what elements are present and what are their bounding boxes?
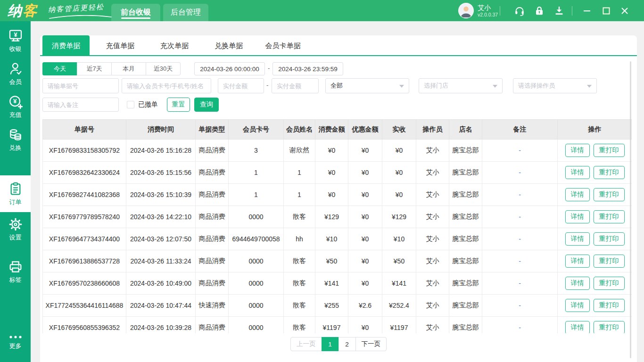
col-remark: 备注: [482, 120, 558, 140]
store-select[interactable]: 选择门店: [419, 78, 503, 93]
range-today-button[interactable]: 今天: [42, 62, 77, 75]
page-1-button[interactable]: 1: [322, 337, 339, 351]
detail-button[interactable]: 详情: [565, 255, 590, 268]
nav-tab-front-cashier[interactable]: 前台收银: [111, 4, 160, 21]
col-operator: 操作员: [416, 120, 449, 140]
sidebar-item-recharge[interactable]: ¥ 充值: [0, 94, 31, 119]
cell-actions: 详情重打印: [558, 295, 632, 317]
cell-paid: ¥50: [382, 250, 416, 272]
logo-tagline: 纳客管店更轻松: [48, 4, 114, 21]
prev-page-button[interactable]: 上一页: [290, 337, 322, 351]
cell-type: 商品消费: [196, 206, 229, 228]
sidebar-item-more[interactable]: 更多: [0, 334, 31, 350]
tab-member-card-orders[interactable]: 会员卡单据: [259, 35, 306, 56]
app-logo: 纳客: [8, 1, 38, 21]
cell-amount: ¥1197: [315, 317, 348, 334]
col-store: 店名: [449, 120, 482, 140]
detail-button[interactable]: 详情: [565, 299, 590, 312]
vertical-scrollbar[interactable]: [630, 61, 631, 358]
table-row: XF167695702386606082024-03-26 10:49:00商品…: [43, 272, 632, 295]
document-tabs: 消费单据 充值单据 充次单据 兑换单据 会员卡单据: [40, 35, 637, 56]
range-30days-button[interactable]: 近30天: [146, 62, 181, 75]
reprint-button[interactable]: 重打印: [594, 232, 625, 246]
window-close-button[interactable]: [618, 5, 631, 17]
download-update-icon[interactable]: [553, 5, 565, 17]
tab-exchange-orders[interactable]: 兑换单据: [205, 35, 252, 56]
cell-type: 商品消费: [196, 162, 229, 184]
cell-member: 谢欣然: [284, 140, 315, 162]
cell-actions: 详情重打印: [558, 228, 632, 250]
member-search-input[interactable]: [122, 78, 211, 93]
search-button[interactable]: 查询: [194, 98, 219, 112]
range-7days-button[interactable]: 近7天: [77, 62, 112, 75]
cell-card-no: 1: [229, 184, 284, 206]
reprint-button[interactable]: 重打印: [594, 255, 625, 268]
operator-select[interactable]: 请选择操作员: [513, 78, 597, 93]
sidebar-item-member[interactable]: 会员: [0, 61, 31, 86]
col-type: 单据类型: [196, 120, 229, 140]
sidebar-item-cashier[interactable]: ¥ 收银: [0, 28, 31, 53]
tab-recharge-orders[interactable]: 充值单据: [97, 35, 144, 56]
cell-paid: ¥0: [382, 140, 416, 162]
window-maximize-button[interactable]: [600, 5, 613, 17]
tab-recharge-times-orders[interactable]: 充次单据: [151, 35, 198, 56]
page-2-button[interactable]: 2: [339, 337, 356, 351]
detail-button[interactable]: 详情: [565, 210, 590, 223]
amount-max-input[interactable]: [272, 78, 319, 93]
cell-discount: ¥0: [348, 206, 382, 228]
next-page-button[interactable]: 下一页: [355, 337, 387, 351]
user-info[interactable]: 艾小 v2.0.0.37: [458, 3, 498, 18]
tab-consume-orders[interactable]: 消费单据: [42, 35, 90, 56]
cell-type: 商品消费: [196, 272, 229, 295]
reprint-button[interactable]: 重打印: [594, 166, 625, 179]
cell-remark: -: [482, 295, 558, 317]
order-type-select[interactable]: 全部: [325, 78, 409, 93]
cell-amount: ¥10: [315, 228, 348, 250]
cell-card-no: 0000: [229, 206, 284, 228]
header-bar: 纳客 纳客管店更轻松 前台收银 后台管理 艾小 v2.0.0.37: [0, 0, 644, 21]
order-no-input[interactable]: [42, 78, 119, 93]
reprint-button[interactable]: 重打印: [594, 299, 625, 312]
reprint-button[interactable]: 重打印: [594, 321, 625, 333]
reset-button[interactable]: 重置: [167, 98, 190, 112]
sidebar-item-orders[interactable]: 订单: [0, 175, 31, 212]
cell-remark: -: [482, 184, 558, 206]
cell-card-no: 0000: [229, 272, 284, 295]
cell-actions: 详情重打印: [558, 317, 632, 334]
cell-amount: ¥141: [315, 272, 348, 295]
cell-type: 商品消费: [196, 184, 229, 206]
remark-input[interactable]: [42, 98, 119, 112]
detail-button[interactable]: 详情: [565, 144, 590, 157]
detail-button[interactable]: 详情: [565, 277, 590, 290]
window-minimize-button[interactable]: [580, 5, 594, 17]
cell-remark: -: [482, 162, 558, 184]
customer-service-headset-icon[interactable]: [513, 5, 526, 17]
cell-operator: 艾小: [416, 184, 449, 206]
reprint-button[interactable]: 重打印: [594, 144, 625, 157]
detail-button[interactable]: 详情: [565, 321, 590, 333]
sidebar-item-label: 兑换: [9, 144, 22, 152]
nav-tab-backend-admin[interactable]: 后台管理: [163, 4, 208, 21]
cell-time: 2024-03-26 14:22:10: [126, 206, 196, 228]
reprint-button[interactable]: 重打印: [594, 277, 625, 290]
detail-button[interactable]: 详情: [565, 166, 590, 179]
sidebar-item-labels[interactable]: 标签: [0, 259, 31, 284]
amount-min-input[interactable]: [218, 78, 264, 93]
cell-amount: ¥255: [315, 295, 348, 317]
tagline-swoosh-icon: [48, 15, 113, 19]
cell-order-no: XF16769832642330624: [43, 162, 126, 184]
cell-discount: ¥0: [348, 272, 382, 295]
detail-button[interactable]: 详情: [565, 188, 590, 201]
sidebar-item-settings[interactable]: 设置: [0, 217, 31, 242]
table-body: XF167698331583057922024-03-26 15:16:28商品…: [43, 140, 632, 334]
revoked-checkbox[interactable]: [127, 101, 134, 108]
reprint-button[interactable]: 重打印: [594, 210, 625, 223]
range-month-button[interactable]: 本月: [111, 62, 146, 75]
detail-button[interactable]: 详情: [565, 232, 590, 246]
reprint-button[interactable]: 重打印: [594, 188, 625, 201]
date-from-input[interactable]: [194, 62, 265, 75]
sidebar-item-exchange[interactable]: 兑换: [0, 127, 31, 152]
date-to-input[interactable]: [272, 62, 343, 75]
svg-text:¥: ¥: [14, 32, 17, 38]
lock-icon[interactable]: [533, 5, 545, 17]
